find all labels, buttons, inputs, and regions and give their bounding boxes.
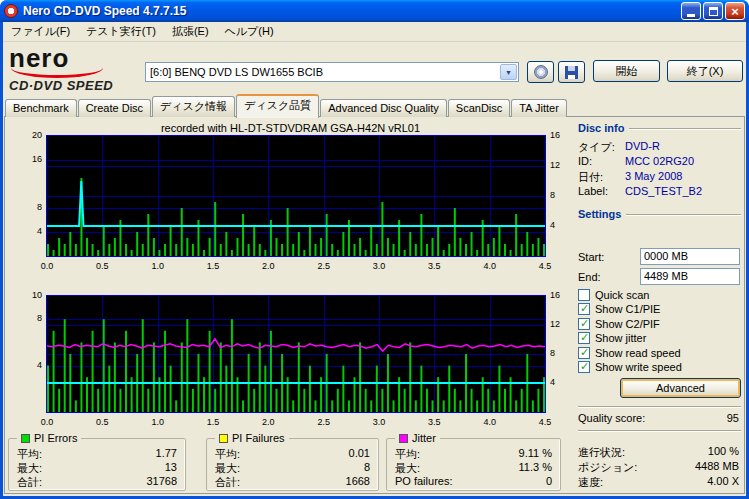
panel-title-text: PI Failures: [232, 432, 285, 444]
checkbox-box[interactable]: [578, 332, 590, 344]
total-label: 合計:: [215, 475, 240, 490]
checkbox-show-jitter[interactable]: Show jitter: [578, 332, 741, 345]
panel-title-text: PI Errors: [34, 432, 77, 444]
tab-advanced-disc-quality[interactable]: Advanced Disc Quality: [320, 99, 447, 117]
divider: [578, 430, 741, 432]
plot-area: [46, 295, 546, 413]
dropdown-arrow-icon[interactable]: ▼: [500, 64, 517, 80]
checkbox-quick-scan[interactable]: Quick scan: [578, 289, 741, 302]
pi-failures-legend-swatch: [219, 434, 228, 443]
checkbox-box[interactable]: [578, 347, 590, 359]
axis-tick-label: 1.0: [146, 417, 170, 427]
menu-help[interactable]: ヘルプ(H): [217, 22, 282, 42]
menu-run-test[interactable]: テスト実行(T): [78, 22, 164, 42]
axis-tick-label: 0.0: [35, 417, 59, 427]
maximize-button[interactable]: [703, 2, 723, 20]
avg-label: 平均:: [395, 447, 420, 462]
title-bar[interactable]: Nero CD-DVD Speed 4.7.7.15 ×: [0, 0, 749, 22]
tab-disc-info[interactable]: ディスク情報: [152, 96, 235, 117]
axis-tick-label: 2.0: [256, 417, 280, 427]
axis-tick-label: 4.5: [533, 261, 557, 271]
pi-failures-jitter-chart: 48104812160.00.51.01.52.02.53.03.54.04.5: [8, 290, 574, 432]
pi-errors-chart: 4816204812160.00.51.01.52.02.53.03.54.04…: [8, 130, 574, 276]
eject-disc-button[interactable]: [527, 61, 554, 83]
checkbox-box[interactable]: [578, 303, 590, 315]
nero-logo-text: nero: [9, 46, 143, 70]
axis-tick-label: 4: [8, 360, 42, 370]
disc-id-value: MCC 02RG20: [625, 155, 694, 167]
window-title: Nero CD-DVD Speed 4.7.7.15: [23, 4, 679, 18]
pi-failures-panel: PI Failures 平均:0.01 最大:8 合計:1668: [206, 438, 379, 491]
tab-create-disc[interactable]: Create Disc: [78, 99, 151, 117]
settings-title: Settings: [578, 208, 621, 220]
max-value: 13: [165, 461, 177, 476]
axis-tick-label: 12: [550, 319, 560, 329]
pi-failures-panel-title: PI Failures: [215, 432, 289, 444]
total-label: 合計:: [17, 475, 42, 490]
checkbox-box[interactable]: [578, 361, 590, 373]
checkbox-box[interactable]: [578, 289, 590, 301]
axis-tick-label: 1.5: [201, 261, 225, 271]
advanced-button[interactable]: Advanced: [620, 378, 741, 398]
max-value: 8: [364, 461, 370, 476]
quality-score-label: Quality score:: [578, 412, 645, 424]
checkbox-show-c1-pie[interactable]: Show C1/PIE: [578, 303, 741, 316]
avg-value: 0.01: [349, 447, 370, 462]
chart-canvas: [47, 136, 545, 256]
jitter-legend-swatch: [399, 434, 408, 443]
po-failures-value: 0: [546, 475, 552, 487]
axis-tick-label: 2.0: [256, 261, 280, 271]
checkbox-label: Quick scan: [595, 289, 649, 301]
panel-title-text: Jitter: [412, 432, 436, 444]
checkbox-show-read-speed[interactable]: Show read speed: [578, 347, 741, 360]
start-position-field[interactable]: 0000 MB: [640, 248, 740, 265]
max-value: 11.3 %: [519, 461, 552, 476]
axis-tick-label: 10: [8, 290, 42, 300]
nero-logo-swoosh: [11, 68, 103, 78]
quality-score-value: 95: [727, 412, 739, 424]
save-button[interactable]: [558, 61, 585, 83]
avg-label: 平均:: [17, 447, 42, 462]
disc-label-label: Label:: [578, 185, 608, 197]
menu-bar: ファイル(F) テスト実行(T) 拡張(E) ヘルプ(H): [3, 22, 746, 42]
disc-icon: [534, 65, 548, 79]
avg-value: 9.11 %: [519, 447, 552, 462]
checkbox-box[interactable]: [578, 318, 590, 330]
menu-extra[interactable]: 拡張(E): [164, 22, 217, 42]
axis-tick-label: 1.5: [201, 417, 225, 427]
checkbox-show-c2-pif[interactable]: Show C2/PIF: [578, 318, 741, 331]
tab-disc-quality[interactable]: ディスク品質: [236, 94, 319, 118]
axis-tick-label: 4.0: [478, 417, 502, 427]
end-position-field[interactable]: 4489 MB: [640, 268, 740, 285]
tab-scandisc[interactable]: ScanDisc: [448, 99, 510, 117]
position-row: ポジション: 4488 MB: [578, 460, 739, 475]
start-button[interactable]: 開始: [593, 60, 660, 82]
chart-canvas: [47, 296, 545, 412]
jitter-panel-title: Jitter: [395, 432, 440, 444]
tab-benchmark[interactable]: Benchmark: [5, 99, 77, 117]
axis-tick-label: 0.5: [90, 417, 114, 427]
tab-ta-jitter[interactable]: TA Jitter: [511, 99, 567, 117]
total-value: 31768: [146, 475, 177, 490]
speed-row: 速度: 4.00 X: [578, 475, 739, 490]
app-window: Nero CD-DVD Speed 4.7.7.15 × ファイル(F) テスト…: [0, 0, 749, 499]
minimize-button[interactable]: [681, 2, 701, 20]
cd-dvd-speed-text: CD·DVD SPEED: [9, 78, 113, 93]
menu-file[interactable]: ファイル(F): [3, 22, 78, 42]
max-label: 最大:: [17, 461, 42, 476]
avg-label: 平均:: [215, 447, 240, 462]
checkbox-show-write-speed[interactable]: Show write speed: [578, 361, 741, 374]
max-label: 最大:: [215, 461, 240, 476]
disc-label-value: CDS_TEST_B2: [625, 185, 702, 197]
drive-select[interactable]: [6:0] BENQ DVD LS DW1655 BCIB ▼: [145, 62, 519, 82]
progress-value: 100 %: [708, 445, 739, 460]
axis-tick-label: 16: [550, 290, 560, 300]
axis-tick-label: 4.0: [478, 261, 502, 271]
exit-button[interactable]: 終了(X): [667, 60, 743, 82]
pi-errors-panel: PI Errors 平均:1.77 最大:13 合計:31768: [8, 438, 186, 491]
disc-info-title: Disc info: [578, 122, 624, 134]
disc-type-label: タイプ:: [578, 140, 615, 155]
divider: [626, 214, 741, 216]
close-button[interactable]: ×: [725, 2, 745, 20]
window-body: ファイル(F) テスト実行(T) 拡張(E) ヘルプ(H) nero CD·DV…: [3, 22, 746, 496]
